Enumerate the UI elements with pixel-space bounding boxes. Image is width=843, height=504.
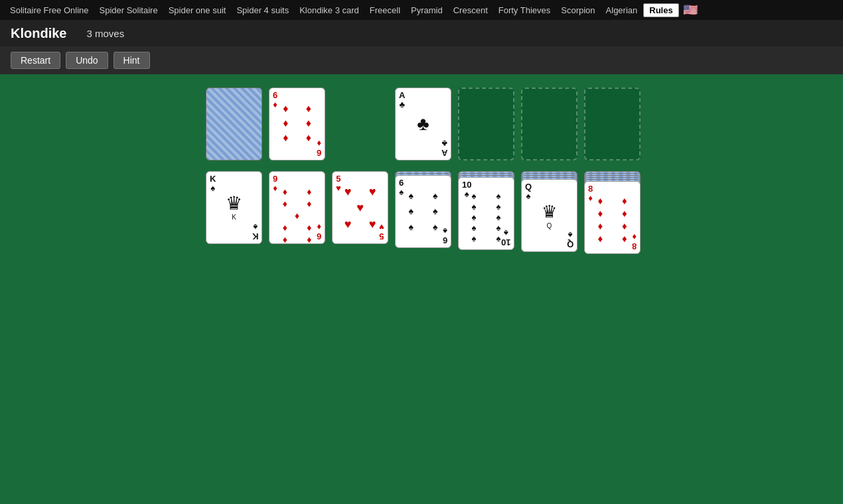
tableau-pile-6[interactable]: Q♠ Q♠ ♛ Q (521, 171, 577, 257)
waste-pile[interactable]: 6♦ 6♦ ♦ ♦ ♦ ♦ ♦ ♦ (269, 88, 325, 160)
rules-button[interactable]: Rules (643, 3, 678, 17)
tableau-pile-1[interactable]: K♠ K♠ ♛ K (206, 171, 262, 244)
foundation-4[interactable] (584, 88, 641, 160)
undo-button[interactable]: Undo (66, 52, 108, 69)
nav-link-pyramid[interactable]: Pyramid (406, 3, 447, 18)
nav-link-spider-4[interactable]: Spider 4 suits (232, 3, 293, 18)
game-controls: Restart Undo Hint (0, 46, 843, 74)
game-header: Klondike 3 moves (0, 20, 843, 46)
queen-spades-card[interactable]: Q♠ Q♠ ♛ Q (521, 179, 577, 252)
tableau-pile-3[interactable]: 5♥ 5♥ ♥ ♥ ♥ ♥ ♥ (332, 171, 388, 244)
stock-card[interactable] (206, 88, 262, 160)
six-diamonds-card[interactable]: 6♦ 6♦ ♦ ♦ ♦ ♦ ♦ ♦ (269, 88, 325, 160)
king-center: ♛ K (226, 194, 242, 221)
game-title: Klondike (11, 26, 66, 41)
king-spades-card[interactable]: K♠ K♠ ♛ K (206, 171, 262, 244)
ace-clubs-card[interactable]: A♣ A♣ ♣ (395, 88, 451, 160)
nav-link-forty-thieves[interactable]: Forty Thieves (494, 3, 556, 18)
tableau-pile-5[interactable]: 10♠ 10♠ ♠ ♠ ♠ ♠ ♠ ♠ ♠ ♠ ♠ ♠ (458, 171, 514, 257)
nav-link-freecell[interactable]: Freecell (365, 3, 405, 18)
nav-link-solitaire[interactable]: Solitaire Free Online (5, 3, 94, 18)
six-spades-card[interactable]: 6♠ 6♠ ♠ ♠ ♠ ♠ ♠ ♠ (395, 175, 451, 248)
top-navigation: Solitaire Free Online Spider Solitaire S… (0, 0, 843, 20)
hint-button[interactable]: Hint (114, 52, 150, 69)
queen-spades-top: Q♠ (525, 182, 532, 202)
ace-rank-bottom: A♣ (441, 138, 447, 157)
king-rank-bottom: K♠ (252, 221, 258, 241)
eight-diamonds-pips: ♦ ♦ ♦ ♦ ♦ ♦ ♦ ♦ (589, 195, 636, 243)
tableau-row: K♠ K♠ ♛ K 9♦ 6♦ ♦ ♦ ♦ ♦ ♦ ♦ ♦ (206, 171, 830, 257)
ten-spades-pips: ♠ ♠ ♠ ♠ ♠ ♠ ♠ ♠ ♠ ♠ (462, 191, 510, 239)
card-pips: ♦ ♦ ♦ ♦ ♦ ♦ (275, 103, 319, 145)
nav-link-klondike-3[interactable]: Klondike 3 card (295, 3, 364, 18)
nine-diamonds-card[interactable]: 9♦ 6♦ ♦ ♦ ♦ ♦ ♦ ♦ ♦ ♦ ♦ (269, 171, 325, 244)
spacer-col (332, 88, 388, 160)
five-hearts-card[interactable]: 5♥ 5♥ ♥ ♥ ♥ ♥ ♥ (332, 171, 388, 244)
foundation-1[interactable]: A♣ A♣ ♣ (395, 88, 451, 160)
nav-link-scorpion[interactable]: Scorpion (556, 3, 599, 18)
nav-link-spider-one[interactable]: Spider one suit (164, 3, 231, 18)
flag-icon: 🇺🇸 (683, 3, 698, 17)
nav-link-spider[interactable]: Spider Solitaire (95, 3, 163, 18)
six-spades-pips: ♠ ♠ ♠ ♠ ♠ ♠ (400, 190, 447, 235)
ace-clubs-pip: ♣ (417, 113, 429, 135)
stock-pile[interactable] (206, 88, 262, 160)
game-area: 6♦ 6♦ ♦ ♦ ♦ ♦ ♦ ♦ A♣ A♣ ♣ (0, 74, 843, 504)
nav-link-crescent[interactable]: Crescent (449, 3, 493, 18)
five-pips: ♥ ♥ ♥ ♥ ♥ (337, 185, 384, 231)
tableau-pile-4[interactable]: 6♠ 6♠ ♠ ♠ ♠ ♠ ♠ ♠ (395, 171, 451, 257)
ace-rank-top: A♣ (399, 91, 405, 110)
eight-diamonds-card[interactable]: 8♦ 8♦ ♦ ♦ ♦ ♦ ♦ ♦ ♦ ♦ (584, 181, 641, 254)
nine-pips: ♦ ♦ ♦ ♦ ♦ ♦ ♦ ♦ ♦ (273, 186, 321, 231)
tableau-pile-7[interactable]: 8♦ 8♦ ♦ ♦ ♦ ♦ ♦ ♦ ♦ ♦ (584, 171, 641, 257)
queen-spades-bottom: Q♠ (567, 229, 574, 249)
top-row: 6♦ 6♦ ♦ ♦ ♦ ♦ ♦ ♦ A♣ A♣ ♣ (206, 88, 830, 160)
tableau-pile-2[interactable]: 9♦ 6♦ ♦ ♦ ♦ ♦ ♦ ♦ ♦ ♦ ♦ (269, 171, 325, 244)
restart-button[interactable]: Restart (11, 52, 60, 69)
king-rank-top: K♠ (210, 174, 216, 194)
queen-center: ♛ Q (542, 202, 557, 229)
ten-spades-card[interactable]: 10♠ 10♠ ♠ ♠ ♠ ♠ ♠ ♠ ♠ ♠ ♠ ♠ (458, 177, 514, 250)
nav-link-algerian[interactable]: Algerian (601, 3, 643, 18)
moves-counter: 3 moves (86, 28, 124, 39)
foundation-3[interactable] (521, 88, 577, 160)
foundation-2[interactable] (458, 88, 514, 160)
